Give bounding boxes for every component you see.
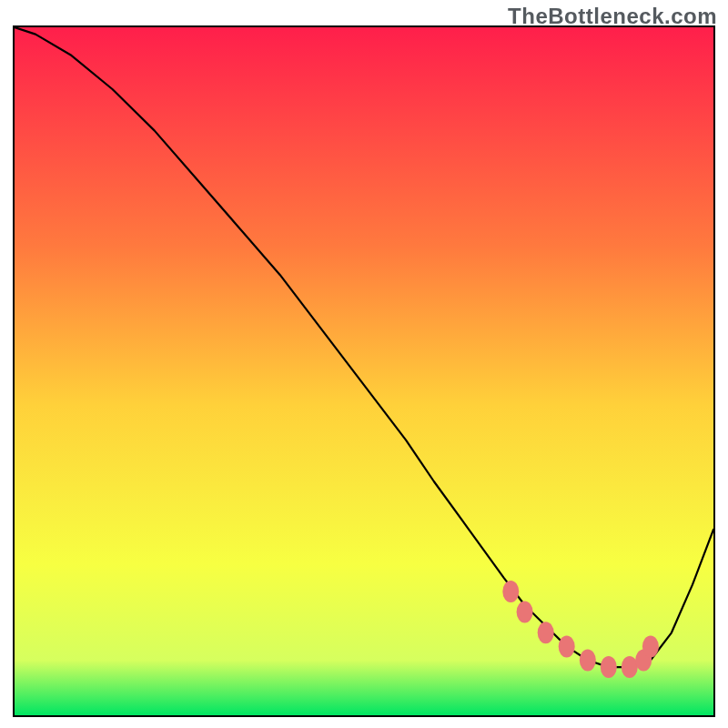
curve-marker: [517, 602, 533, 623]
watermark-text: TheBottleneck.com: [508, 4, 717, 29]
curve-marker: [502, 581, 519, 602]
bottleneck-chart: [15, 27, 713, 715]
chart-background-gradient: [15, 27, 713, 715]
curve-marker: [580, 650, 596, 672]
curve-marker: [601, 656, 617, 678]
curve-marker: [559, 635, 575, 657]
curve-marker: [538, 622, 554, 643]
curve-marker: [622, 656, 638, 678]
chart-frame: [13, 25, 715, 717]
curve-marker: [642, 635, 659, 657]
